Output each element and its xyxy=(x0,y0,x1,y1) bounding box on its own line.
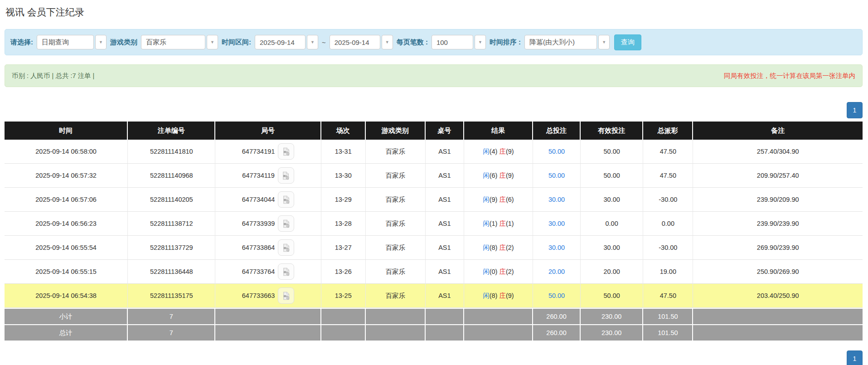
cell-result: 闲(4) 庄(9) xyxy=(464,140,533,164)
bet-records-table: 时间注单编号局号场次游戏类别桌号结果总投注有效投注总派彩备注 2025-09-1… xyxy=(5,122,863,341)
select-type-dropdown[interactable]: 日期查询 ▼ xyxy=(37,35,107,49)
total-bet-link[interactable]: 30.00 xyxy=(548,196,565,203)
cell-remark: 239.90/239.90 xyxy=(693,212,863,236)
cell-table-no: AS1 xyxy=(426,260,464,284)
cell-session: 13-31 xyxy=(321,140,366,164)
sum-empty-cell xyxy=(215,324,321,341)
date-range-separator: ~ xyxy=(322,39,326,46)
video-file-icon xyxy=(281,219,291,229)
column-header: 游戏类别 xyxy=(366,122,426,140)
video-replay-button[interactable] xyxy=(278,239,294,256)
sum-payout-cell: 101.50 xyxy=(643,308,693,324)
time-sort-dropdown[interactable]: 降冪(由大到小) ▼ xyxy=(524,35,610,49)
cell-valid-bet: 50.00 xyxy=(581,140,643,164)
chevron-down-icon[interactable]: ▼ xyxy=(598,35,610,49)
cell-time: 2025-09-14 06:58:00 xyxy=(5,140,128,164)
chevron-down-icon[interactable]: ▼ xyxy=(382,35,393,49)
column-header: 桌号 xyxy=(426,122,464,140)
chevron-down-icon[interactable]: ▼ xyxy=(475,35,486,49)
player-result: 闲 xyxy=(483,220,490,227)
total-bet-link[interactable]: 30.00 xyxy=(548,220,565,227)
cell-valid-bet: 30.00 xyxy=(581,188,643,212)
cell-total-bet: 50.00 xyxy=(533,284,581,308)
page-1-button[interactable]: 1 xyxy=(847,350,863,365)
sum-empty-cell xyxy=(464,324,533,341)
time-sort-label: 时间排序 : xyxy=(490,38,521,47)
cell-table-no: AS1 xyxy=(426,236,464,260)
cell-round: 647733663 xyxy=(215,284,321,308)
cell-remark: 239.90/209.90 xyxy=(693,188,863,212)
video-replay-button[interactable] xyxy=(278,263,294,280)
table-row: 2025-09-14 06:57:32522811140968647734119… xyxy=(5,164,863,188)
cell-game-type: 百家乐 xyxy=(366,140,426,164)
video-file-icon xyxy=(281,147,291,156)
date-from-value[interactable]: 2025-09-14 xyxy=(255,35,305,49)
page-size-dropdown[interactable]: 100 ▼ xyxy=(432,35,486,49)
page-1-button[interactable]: 1 xyxy=(847,102,863,118)
cell-result: 闲(0) 庄(2) xyxy=(464,260,533,284)
sum-count-cell: 7 xyxy=(128,308,215,324)
total-bet-link[interactable]: 20.00 xyxy=(548,268,565,275)
column-header: 局号 xyxy=(215,122,321,140)
cell-remark: 203.40/250.90 xyxy=(693,284,863,308)
sum-count-cell: 7 xyxy=(128,324,215,341)
cell-bet-id: 522811138712 xyxy=(128,212,215,236)
cell-table-no: AS1 xyxy=(426,188,464,212)
chevron-down-icon[interactable]: ▼ xyxy=(207,35,218,49)
date-to-value[interactable]: 2025-09-14 xyxy=(330,35,380,49)
select-type-value[interactable]: 日期查询 xyxy=(37,35,94,49)
total-bet-link[interactable]: 50.00 xyxy=(548,292,565,299)
cell-time: 2025-09-14 06:57:32 xyxy=(5,164,128,188)
sum-remark-cell xyxy=(693,308,863,324)
banker-result: 庄 xyxy=(499,292,506,299)
cell-total-bet: 20.00 xyxy=(533,260,581,284)
date-from-picker[interactable]: 2025-09-14 ▼ xyxy=(255,35,318,49)
cell-game-type: 百家乐 xyxy=(366,260,426,284)
cell-bet-id: 522811137729 xyxy=(128,236,215,260)
video-replay-button[interactable] xyxy=(278,167,294,184)
player-result: 闲 xyxy=(483,148,490,155)
cell-round: 647734044 xyxy=(215,188,321,212)
page-size-label: 每页笔数 : xyxy=(397,38,428,47)
chevron-down-icon[interactable]: ▼ xyxy=(307,35,318,49)
cell-payout: 0.00 xyxy=(643,212,693,236)
table-row: 2025-09-14 06:56:23522811138712647733939… xyxy=(5,212,863,236)
cell-game-type: 百家乐 xyxy=(366,284,426,308)
total-bet-link[interactable]: 50.00 xyxy=(548,148,565,155)
time-sort-value[interactable]: 降冪(由大到小) xyxy=(524,35,597,49)
sum-empty-cell xyxy=(215,308,321,324)
table-row: 2025-09-14 06:58:00522811141810647734191… xyxy=(5,140,863,164)
game-type-dropdown[interactable]: 百家乐 ▼ xyxy=(141,35,218,49)
page-size-value[interactable]: 100 xyxy=(432,35,473,49)
cell-bet-id: 522811136448 xyxy=(128,260,215,284)
sum-label-cell: 总计 xyxy=(5,324,128,341)
cell-bet-id: 522811140205 xyxy=(128,188,215,212)
video-replay-button[interactable] xyxy=(278,215,294,232)
cell-time: 2025-09-14 06:55:15 xyxy=(5,260,128,284)
chevron-down-icon[interactable]: ▼ xyxy=(95,35,107,49)
video-replay-button[interactable] xyxy=(278,191,294,208)
cell-result: 闲(8) 庄(2) xyxy=(464,236,533,260)
total-bet-link[interactable]: 50.00 xyxy=(548,172,565,179)
cell-bet-id: 522811135175 xyxy=(128,284,215,308)
cell-total-bet: 50.00 xyxy=(533,164,581,188)
table-row: 2025-09-14 06:55:54522811137729647733864… xyxy=(5,236,863,260)
column-header: 注单编号 xyxy=(128,122,215,140)
search-button[interactable]: 查询 xyxy=(614,34,641,50)
currency-total-summary: 币别 : 人民币 | 总共 :7 注单 | xyxy=(12,72,94,80)
cell-table-no: AS1 xyxy=(426,140,464,164)
table-body: 2025-09-14 06:58:00522811141810647734191… xyxy=(5,140,863,341)
cell-remark: 269.90/239.90 xyxy=(693,236,863,260)
game-type-value[interactable]: 百家乐 xyxy=(141,35,205,49)
sum-empty-cell xyxy=(321,324,366,341)
date-to-picker[interactable]: 2025-09-14 ▼ xyxy=(330,35,393,49)
cell-valid-bet: 20.00 xyxy=(581,260,643,284)
total-bet-link[interactable]: 30.00 xyxy=(548,244,565,251)
video-replay-button[interactable] xyxy=(278,287,294,304)
player-result: 闲 xyxy=(483,172,490,179)
video-replay-button[interactable] xyxy=(278,143,294,160)
banker-result: 庄 xyxy=(499,148,506,155)
round-number: 647734119 xyxy=(242,172,275,179)
cell-session: 13-30 xyxy=(321,164,366,188)
banker-result: 庄 xyxy=(499,196,506,203)
